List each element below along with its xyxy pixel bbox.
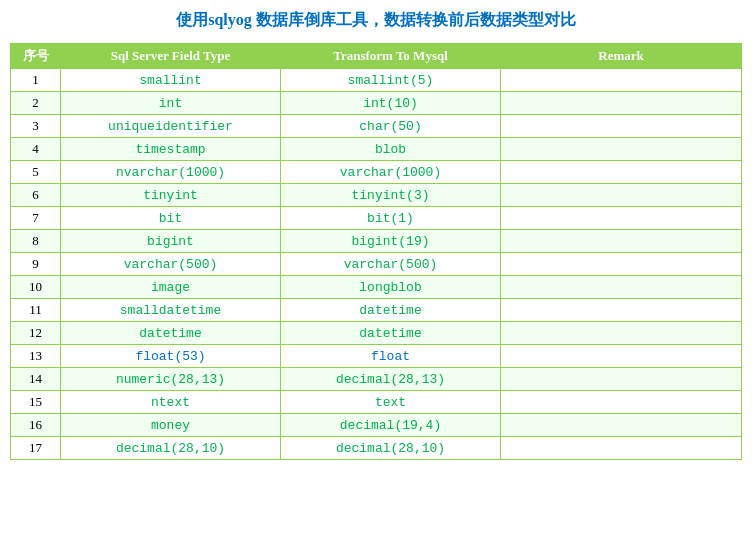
cell-mysql-type: datetime (281, 322, 501, 345)
table-row: 4timestampblob (11, 138, 742, 161)
cell-remark (501, 184, 742, 207)
cell-sql-type: float(53) (61, 345, 281, 368)
cell-mysql-type: decimal(19,4) (281, 414, 501, 437)
cell-sql-type: numeric(28,13) (61, 368, 281, 391)
table-row: 16moneydecimal(19,4) (11, 414, 742, 437)
cell-sql-type: ntext (61, 391, 281, 414)
cell-remark (501, 161, 742, 184)
cell-remark (501, 138, 742, 161)
table-row: 2intint(10) (11, 92, 742, 115)
cell-seq: 8 (11, 230, 61, 253)
table-row: 10imagelongblob (11, 276, 742, 299)
cell-mysql-type: bit(1) (281, 207, 501, 230)
cell-remark (501, 437, 742, 460)
header-seq: 序号 (11, 44, 61, 69)
table-row: 3uniqueidentifierchar(50) (11, 115, 742, 138)
header-sql-type: Sql Server Field Type (61, 44, 281, 69)
cell-sql-type: int (61, 92, 281, 115)
cell-sql-type: bigint (61, 230, 281, 253)
cell-mysql-type: datetime (281, 299, 501, 322)
cell-remark (501, 230, 742, 253)
table-row: 8bigintbigint(19) (11, 230, 742, 253)
cell-mysql-type: blob (281, 138, 501, 161)
cell-seq: 11 (11, 299, 61, 322)
cell-mysql-type: float (281, 345, 501, 368)
cell-remark (501, 322, 742, 345)
table-header-row: 序号 Sql Server Field Type Transform To My… (11, 44, 742, 69)
cell-seq: 3 (11, 115, 61, 138)
cell-sql-type: nvarchar(1000) (61, 161, 281, 184)
cell-remark (501, 92, 742, 115)
cell-mysql-type: int(10) (281, 92, 501, 115)
cell-mysql-type: longblob (281, 276, 501, 299)
cell-sql-type: uniqueidentifier (61, 115, 281, 138)
cell-remark (501, 414, 742, 437)
table-row: 13float(53)float (11, 345, 742, 368)
cell-mysql-type: bigint(19) (281, 230, 501, 253)
table-row: 12datetimedatetime (11, 322, 742, 345)
table-row: 9varchar(500)varchar(500) (11, 253, 742, 276)
cell-seq: 9 (11, 253, 61, 276)
cell-remark (501, 368, 742, 391)
page-title: 使用sqlyog 数据库倒库工具，数据转换前后数据类型对比 (10, 10, 742, 31)
cell-sql-type: bit (61, 207, 281, 230)
table-row: 1smallintsmallint(5) (11, 69, 742, 92)
cell-remark (501, 69, 742, 92)
cell-seq: 10 (11, 276, 61, 299)
cell-mysql-type: tinyint(3) (281, 184, 501, 207)
cell-seq: 17 (11, 437, 61, 460)
cell-sql-type: money (61, 414, 281, 437)
cell-mysql-type: varchar(500) (281, 253, 501, 276)
table-row: 6tinyinttinyint(3) (11, 184, 742, 207)
cell-remark (501, 345, 742, 368)
table-row: 14numeric(28,13)decimal(28,13) (11, 368, 742, 391)
cell-mysql-type: smallint(5) (281, 69, 501, 92)
cell-sql-type: timestamp (61, 138, 281, 161)
cell-sql-type: smalldatetime (61, 299, 281, 322)
cell-seq: 7 (11, 207, 61, 230)
cell-seq: 5 (11, 161, 61, 184)
cell-mysql-type: decimal(28,10) (281, 437, 501, 460)
cell-sql-type: smallint (61, 69, 281, 92)
cell-sql-type: decimal(28,10) (61, 437, 281, 460)
cell-remark (501, 207, 742, 230)
cell-mysql-type: char(50) (281, 115, 501, 138)
table-row: 15ntexttext (11, 391, 742, 414)
cell-seq: 12 (11, 322, 61, 345)
cell-remark (501, 299, 742, 322)
cell-seq: 15 (11, 391, 61, 414)
cell-mysql-type: text (281, 391, 501, 414)
table-row: 7bitbit(1) (11, 207, 742, 230)
table-row: 5nvarchar(1000)varchar(1000) (11, 161, 742, 184)
cell-seq: 1 (11, 69, 61, 92)
cell-remark (501, 115, 742, 138)
cell-seq: 4 (11, 138, 61, 161)
cell-remark (501, 276, 742, 299)
cell-sql-type: varchar(500) (61, 253, 281, 276)
cell-seq: 2 (11, 92, 61, 115)
cell-mysql-type: decimal(28,13) (281, 368, 501, 391)
cell-seq: 6 (11, 184, 61, 207)
cell-seq: 13 (11, 345, 61, 368)
cell-sql-type: tinyint (61, 184, 281, 207)
cell-seq: 16 (11, 414, 61, 437)
cell-sql-type: image (61, 276, 281, 299)
cell-seq: 14 (11, 368, 61, 391)
cell-mysql-type: varchar(1000) (281, 161, 501, 184)
data-table: 序号 Sql Server Field Type Transform To My… (10, 43, 742, 460)
table-row: 17decimal(28,10)decimal(28,10) (11, 437, 742, 460)
header-remark: Remark (501, 44, 742, 69)
cell-remark (501, 253, 742, 276)
cell-remark (501, 391, 742, 414)
cell-sql-type: datetime (61, 322, 281, 345)
table-row: 11smalldatetimedatetime (11, 299, 742, 322)
header-mysql-type: Transform To Mysql (281, 44, 501, 69)
